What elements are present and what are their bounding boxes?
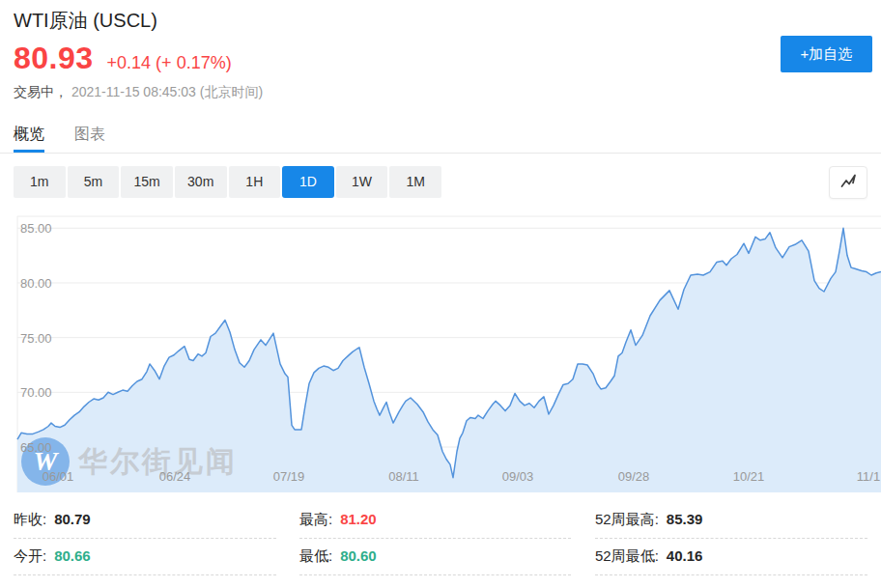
stat-value: 80.66 <box>54 547 91 564</box>
y-axis-label: 70.00 <box>20 385 52 400</box>
stat-label: 52周最低: <box>595 547 659 564</box>
stat-value: 81.20 <box>340 511 377 527</box>
quote-timestamp: 2021-11-15 08:45:03 (北京时间) <box>71 84 263 99</box>
x-axis-label: 09/03 <box>502 469 534 484</box>
range-button-1W[interactable]: 1W <box>336 166 388 198</box>
stat-row: 52周最高:85.39 <box>595 502 867 539</box>
stat-row: 最低:80.60 <box>299 539 571 575</box>
x-axis-label: 10/21 <box>733 469 765 484</box>
trading-status-label: 交易中， <box>14 84 68 99</box>
last-price: 80.93 <box>14 41 94 76</box>
stats-column: 最高:81.20最低:80.60 <box>299 502 571 575</box>
page-title: WTI原油 (USCL) <box>14 8 157 34</box>
y-axis-label: 80.00 <box>20 275 52 290</box>
stat-label: 昨收: <box>14 511 46 527</box>
y-axis-label: 65.00 <box>20 440 52 455</box>
stat-value: 80.79 <box>54 511 91 527</box>
x-axis-label: 06/01 <box>43 469 74 484</box>
stat-row: 52周最低:40.16 <box>595 539 867 575</box>
range-button-30m[interactable]: 30m <box>175 166 227 198</box>
range-button-15m[interactable]: 15m <box>121 166 173 198</box>
chart-style-button[interactable] <box>829 166 867 199</box>
market-status: 交易中， 2021-11-15 08:45:03 (北京时间) <box>14 84 263 101</box>
price-chart[interactable]: 85.0080.0075.0070.0065.00 06/0106/2407/1… <box>0 210 881 495</box>
stat-label: 今开: <box>14 547 46 564</box>
range-button-1H[interactable]: 1H <box>229 166 281 198</box>
tab-chart[interactable]: 图表 <box>74 122 105 153</box>
watermark-text: 华尔街见闻 <box>78 442 238 482</box>
x-axis-label: 08/11 <box>388 469 419 484</box>
y-axis-label: 85.00 <box>20 221 52 236</box>
range-button-1M[interactable]: 1M <box>389 166 441 198</box>
price-row: 80.93 +0.14 (+ 0.17%) <box>14 41 232 76</box>
stat-label: 最高: <box>299 511 332 527</box>
stat-value: 85.39 <box>667 511 703 527</box>
stats-column: 52周最高:85.3952周最低:40.16 <box>595 502 867 575</box>
y-axis-label: 75.00 <box>20 330 52 345</box>
tab-bar: 概览图表 <box>0 122 881 154</box>
range-button-5m[interactable]: 5m <box>68 166 120 198</box>
stat-row: 昨收:80.79 <box>14 502 276 539</box>
range-button-1D[interactable]: 1D <box>282 166 334 198</box>
add-to-watchlist-button[interactable]: +加自选 <box>781 36 872 72</box>
tab-overview[interactable]: 概览 <box>14 122 44 153</box>
x-axis-label: 06/24 <box>159 469 191 484</box>
line-chart-icon <box>838 171 858 194</box>
x-axis-label: 09/28 <box>618 469 650 484</box>
x-axis-label: 07/19 <box>273 469 305 484</box>
stat-value: 80.60 <box>340 547 377 564</box>
timeframe-toolbar: 1m5m15m30m1H1D1W1M <box>14 166 441 198</box>
stat-value: 40.16 <box>667 547 703 564</box>
x-axis-label: 11/1 <box>857 469 880 484</box>
price-change: +0.14 (+ 0.17%) <box>107 53 232 73</box>
stat-row: 最高:81.20 <box>299 502 571 539</box>
range-button-1m[interactable]: 1m <box>14 166 66 198</box>
stat-label: 最低: <box>299 547 332 564</box>
stats-column: 昨收:80.79今开:80.66 <box>14 502 276 575</box>
stat-row: 今开:80.66 <box>14 539 276 575</box>
stat-label: 52周最高: <box>595 511 659 527</box>
